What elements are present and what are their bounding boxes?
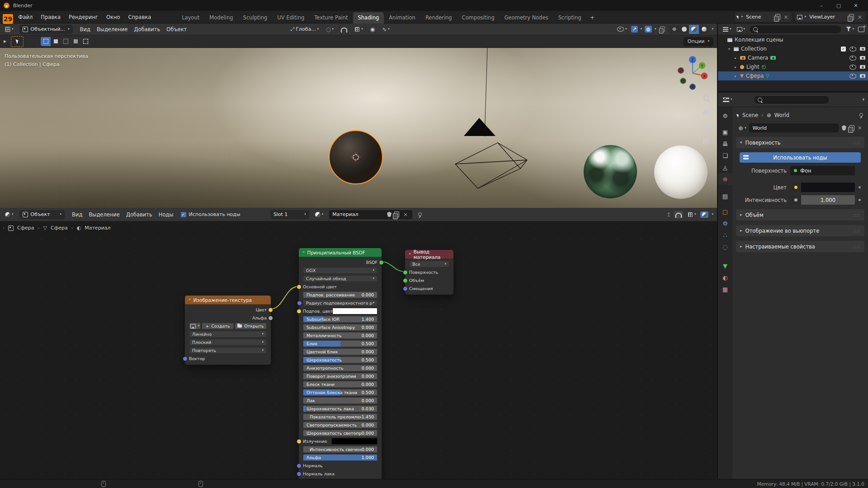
node-slider-Шероховатость лака[interactable]: Шероховатость лака0.030: [303, 405, 377, 412]
filter-dropdown[interactable]: ▾: [844, 26, 855, 32]
menubar-menu-3[interactable]: Окно: [102, 13, 124, 22]
material-browse-dropdown[interactable]: ▾: [314, 211, 325, 218]
collapse-icon[interactable]: ›: [3, 225, 5, 230]
visibility-dropdown[interactable]: ▾: [616, 26, 628, 32]
outliner-row-Collection[interactable]: ▾Collection✓: [718, 44, 868, 53]
gizmo-x-neg[interactable]: [678, 68, 684, 74]
use-nodes-toggle[interactable]: ✓ Использовать ноды: [181, 211, 241, 217]
close-icon[interactable]: ×: [856, 14, 863, 20]
workspace-tab-5[interactable]: Shading: [353, 12, 384, 23]
chevron-down-icon[interactable]: ▾: [862, 98, 864, 102]
properties-tab-texture[interactable]: ▦: [718, 283, 732, 295]
menubar-menu-4[interactable]: Справка: [124, 13, 156, 22]
properties-search-input[interactable]: [754, 95, 830, 104]
menubar-menu-2[interactable]: Рендеринг: [65, 13, 102, 22]
properties-tab-particles[interactable]: ∴: [718, 229, 732, 241]
falloff-dropdown[interactable]: ∿▾: [381, 26, 391, 33]
render-visibility-icon[interactable]: [860, 65, 865, 69]
drag-dots-icon[interactable]: ::::: [853, 229, 860, 233]
viewport-menu-1[interactable]: Выделение: [94, 25, 131, 33]
node-dropdown[interactable]: Случайный обход▾: [303, 275, 377, 282]
properties-tab-output[interactable]: 🖶: [718, 138, 732, 150]
zoom-button[interactable]: [701, 93, 711, 103]
node-image-texture[interactable]: ▾Изображение-текстураЦветАльфа▾+СоздатьО…: [184, 295, 271, 365]
drag-dots-icon[interactable]: ::::: [853, 213, 860, 217]
transform-orientation-dropdown[interactable]: ⤢ Глоба... ▾: [289, 26, 320, 33]
node-dropdown[interactable]: Радиус подповерхностного рассеива...▾: [303, 300, 377, 306]
node-slider-Subsurface IOR[interactable]: Subsurface IOR1.400: [303, 316, 377, 323]
node-material-output[interactable]: ▾Вывод материалаВсе▾ПоверхностьОбъёмСмещ…: [405, 249, 454, 295]
eye-visibility-icon[interactable]: [849, 56, 856, 61]
drag-dots-icon[interactable]: ::::: [853, 244, 860, 249]
fake-user-button[interactable]: [840, 125, 848, 131]
workspace-tab-10[interactable]: Scripting: [553, 12, 586, 23]
properties-tab-scene[interactable]: ◬: [718, 161, 732, 173]
eye-visibility-icon[interactable]: [849, 47, 856, 52]
node-principled-bsdf[interactable]: ▾Принципиальный BSDFBSDFGGX▾Случайный об…: [298, 248, 382, 479]
node-slider-Шероховатость светопропускае[interactable]: Шероховатость светопропускае0.000: [303, 430, 377, 436]
new-image-button[interactable]: +Создать: [202, 323, 234, 329]
outliner-display-dropdown[interactable]: ▾: [722, 27, 733, 32]
properties-tab-view-layer[interactable]: ❏: [718, 150, 732, 161]
slot-dropdown[interactable]: Slot 1 ▾: [270, 210, 309, 219]
select-mode-subtract[interactable]: [61, 37, 71, 46]
node-slider-Цветной блик[interactable]: Цветной блик0.000: [303, 348, 377, 355]
input-socket[interactable]: [297, 309, 302, 314]
color-field[interactable]: [790, 183, 855, 192]
snap-target-dropdown[interactable]: ▾: [353, 26, 364, 33]
toolbar-expand-icon[interactable]: ▶: [4, 39, 6, 43]
output-socket[interactable]: [379, 260, 384, 265]
color-swatch[interactable]: [332, 308, 377, 314]
camera-view-button[interactable]: [701, 122, 711, 132]
properties-tab-physics[interactable]: ◌: [718, 241, 732, 253]
outliner-search-input[interactable]: [749, 25, 842, 34]
snap-target-dropdown[interactable]: ▾: [686, 211, 698, 218]
render-visibility-icon[interactable]: [860, 74, 865, 78]
strength-field[interactable]: 1.000: [790, 195, 855, 205]
node-dropdown[interactable]: Повторять▾: [189, 347, 267, 354]
minimize-button[interactable]: –: [813, 0, 830, 11]
use-nodes-button[interactable]: Использовать ноды: [740, 152, 861, 163]
camera-frustum[interactable]: [455, 143, 520, 188]
render-visibility-icon[interactable]: [860, 56, 865, 60]
select-mode-invert[interactable]: [71, 37, 80, 46]
input-socket[interactable]: [297, 463, 302, 468]
input-socket[interactable]: [403, 278, 408, 283]
node-slider-Оттенок блеска ткани[interactable]: Оттенок блеска ткани0.500: [303, 389, 377, 396]
outliner-mode-dropdown[interactable]: ▾: [736, 27, 747, 32]
node-color-Подпов. цвет[interactable]: Подпов. цвет: [303, 308, 377, 314]
shader-node-editor[interactable]: › Сфера › ▽ Сфера › ◐ Материал ▾Изображе…: [0, 221, 717, 479]
outliner-row-Сфера[interactable]: ▸▼Сфера▽: [718, 71, 868, 80]
eye-visibility-icon[interactable]: [849, 74, 856, 79]
add-workspace-button[interactable]: +: [586, 12, 599, 23]
select-mode-set[interactable]: [41, 37, 51, 46]
strength-slider[interactable]: 1.000: [801, 195, 855, 205]
workspace-tab-2[interactable]: Sculpting: [238, 12, 273, 23]
surface-shader-selector[interactable]: Фон: [790, 166, 855, 175]
panel-2-header[interactable]: ▸Настраиваемые свойства::::: [736, 241, 864, 252]
workspace-tab-7[interactable]: Rendering: [420, 12, 457, 23]
workspace-tab-9[interactable]: Geometry Nodes: [500, 12, 553, 23]
render-visibility-icon[interactable]: [860, 47, 865, 51]
outliner-row-Camera[interactable]: ▸Camera: [718, 53, 868, 62]
overlays-toggle[interactable]: [700, 211, 708, 218]
properties-tab-modifiers[interactable]: ⚙: [718, 217, 732, 229]
panel-1-header[interactable]: ▸Отображение во вьюпорте::::: [736, 225, 864, 236]
properties-tab-material[interactable]: ◐: [718, 272, 732, 283]
shader-menu-0[interactable]: Вид: [69, 211, 85, 219]
workspace-tab-8[interactable]: Compositing: [457, 12, 500, 23]
node-dropdown[interactable]: Плоский▾: [189, 339, 267, 346]
expand-toggle-icon[interactable]: ▸: [733, 56, 738, 60]
shading-rendered-button[interactable]: [699, 25, 709, 34]
animate-dot[interactable]: [859, 199, 861, 201]
open-image-button[interactable]: Открыть: [235, 323, 267, 329]
go-parent-node-button[interactable]: ↥: [666, 211, 671, 218]
editor-type-button[interactable]: ▾: [722, 97, 734, 103]
viewport-menu-2[interactable]: Добавить: [131, 25, 163, 33]
collapse-icon[interactable]: ▾: [409, 253, 411, 256]
editor-type-button[interactable]: ▾: [4, 211, 15, 218]
shader-menu-1[interactable]: Выделение: [86, 211, 123, 219]
output-socket[interactable]: [268, 307, 273, 312]
close-button[interactable]: ✕: [847, 0, 864, 11]
node-slider-Subsurface Anisotropy[interactable]: Subsurface Anisotropy0.000: [303, 324, 377, 331]
